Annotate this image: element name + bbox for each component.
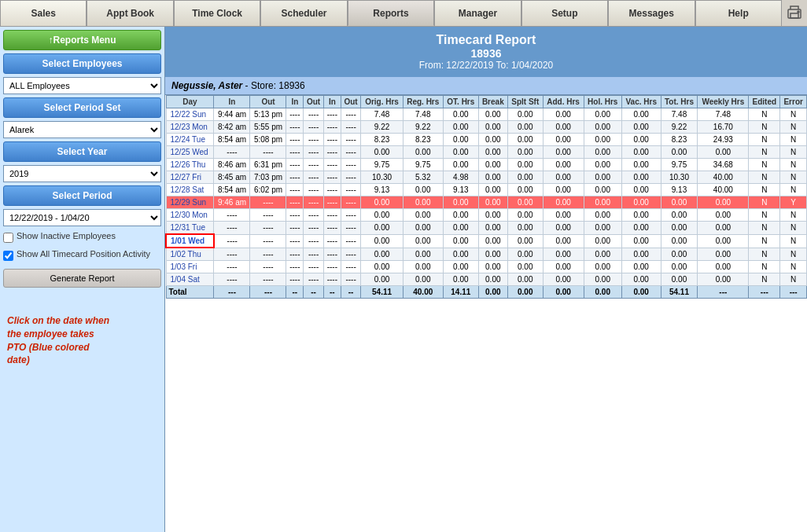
generate-report-button[interactable]: Generate Report — [3, 269, 161, 288]
table-row[interactable]: 1/01 Wed------------------------0.000.00… — [166, 234, 807, 248]
table-header-row: Day In Out In Out In Out Orig. Hrs Reg. … — [166, 96, 807, 108]
tab-setup[interactable]: Setup — [521, 0, 608, 26]
col-vac-hrs: Vac. Hrs — [621, 96, 661, 108]
main-layout: ↑Reports Menu Select Employees ALL Emplo… — [0, 27, 807, 532]
report-id: 18936 — [171, 47, 801, 60]
employee-store: - — [245, 80, 251, 91]
col-day: Day — [166, 96, 214, 108]
report-content: Timecard Report 18936 From: 12/22/2019 T… — [165, 27, 807, 532]
employee-name: Negussie, Aster — [171, 80, 242, 91]
table-row[interactable]: 12/25 Wed------------------------0.000.0… — [166, 146, 807, 159]
period-select[interactable]: 12/22/2019 - 1/04/20 — [3, 209, 161, 226]
col-hol-hrs: Hol. Hrs — [584, 96, 621, 108]
col-weekly-hrs: Weekly Hrs — [698, 96, 749, 108]
svg-rect-1 — [790, 13, 798, 18]
col-error: Error — [780, 96, 807, 108]
timecard-table-wrapper[interactable]: Day In Out In Out In Out Orig. Hrs Reg. … — [165, 95, 807, 532]
show-all-timecard-row: Show All Timecard Position Activity — [3, 248, 161, 262]
content-area: Timecard Report 18936 From: 12/22/2019 T… — [165, 27, 807, 532]
col-in2: In — [286, 96, 304, 108]
tab-help[interactable]: Help — [695, 0, 782, 26]
period-set-select[interactable]: Alarek — [3, 121, 161, 138]
table-row[interactable]: 12/22 Sun9:44 am5:13 pm----------------7… — [166, 108, 807, 121]
table-row[interactable]: 12/26 Thu8:46 am6:31 pm----------------9… — [166, 159, 807, 171]
select-period-button[interactable]: Select Period — [3, 185, 161, 206]
col-orig-hrs: Orig. Hrs — [361, 96, 403, 108]
col-edited: Edited — [749, 96, 780, 108]
show-inactive-checkbox[interactable] — [3, 233, 13, 243]
reports-menu-button[interactable]: ↑Reports Menu — [3, 30, 161, 50]
col-splt-sft: Splt Sft — [507, 96, 543, 108]
sidebar: ↑Reports Menu Select Employees ALL Emplo… — [0, 27, 165, 532]
report-header: Timecard Report 18936 From: 12/22/2019 T… — [165, 27, 807, 77]
table-row[interactable]: 1/03 Fri------------------------0.000.00… — [166, 261, 807, 273]
timecard-table: Day In Out In Out In Out Orig. Hrs Reg. … — [165, 95, 807, 299]
annotation-text: Click on the date when the employee take… — [7, 314, 113, 367]
table-row[interactable]: 1/04 Sat------------------------0.000.00… — [166, 273, 807, 286]
col-tot-hrs: Tot. Hrs — [661, 96, 698, 108]
show-inactive-label: Show Inactive Employees — [17, 231, 116, 240]
svg-point-2 — [798, 11, 799, 13]
table-row[interactable]: 1/02 Thu------------------------0.000.00… — [166, 248, 807, 261]
top-navigation: Sales Appt Book Time Clock Scheduler Rep… — [0, 0, 807, 27]
year-select[interactable]: 2019 — [3, 165, 161, 182]
select-employees-button[interactable]: Select Employees — [3, 53, 161, 74]
tab-scheduler[interactable]: Scheduler — [260, 0, 347, 26]
col-in1: In — [214, 96, 250, 108]
tab-reports[interactable]: Reports — [348, 0, 434, 26]
col-add-hrs: Add. Hrs — [543, 96, 584, 108]
tab-messages[interactable]: Messages — [608, 0, 695, 26]
report-dates: From: 12/22/2019 To: 1/04/2020 — [171, 60, 801, 71]
table-row[interactable]: 12/27 Fri8:45 am7:03 pm----------------1… — [166, 171, 807, 184]
select-year-button[interactable]: Select Year — [3, 141, 161, 162]
table-row[interactable]: 12/29 Sun9:46 am--------------------0.00… — [166, 196, 807, 209]
tab-appt-book[interactable]: Appt Book — [87, 0, 173, 26]
show-all-timecard-label: Show All Timecard Position Activity — [17, 249, 150, 259]
select-period-set-button[interactable]: Select Period Set — [3, 97, 161, 118]
store-label: Store: 18936 — [251, 80, 305, 91]
table-row[interactable]: 12/31 Tue------------------------0.000.0… — [166, 222, 807, 235]
col-out3: Out — [341, 96, 361, 108]
col-ot-hrs: OT. Hrs — [443, 96, 478, 108]
tab-time-clock[interactable]: Time Clock — [174, 0, 260, 26]
employees-select[interactable]: ALL Employees — [3, 77, 161, 94]
col-out1: Out — [250, 96, 286, 108]
show-all-timecard-checkbox[interactable] — [3, 251, 13, 261]
tab-manager[interactable]: Manager — [434, 0, 521, 26]
table-row[interactable]: 12/30 Mon------------------------0.000.0… — [166, 209, 807, 222]
table-row[interactable]: 12/28 Sat8:54 am6:02 pm----------------9… — [166, 184, 807, 196]
table-row[interactable]: 12/24 Tue8:54 am5:08 pm----------------8… — [166, 134, 807, 146]
show-inactive-row: Show Inactive Employees — [3, 229, 161, 244]
col-break: Break — [478, 96, 507, 108]
col-out2: Out — [304, 96, 324, 108]
report-title: Timecard Report — [171, 33, 801, 47]
employee-bar: Negussie, Aster - Store: 18936 — [165, 77, 807, 95]
tab-sales[interactable]: Sales — [0, 0, 87, 26]
col-reg-hrs: Reg. Hrs — [403, 96, 443, 108]
total-row: Total--------------54.1140.0014.110.000.… — [166, 286, 807, 299]
table-row[interactable]: 12/23 Mon8:42 am5:55 pm----------------9… — [166, 121, 807, 134]
col-in3: In — [323, 96, 341, 108]
printer-icon[interactable] — [782, 0, 807, 26]
